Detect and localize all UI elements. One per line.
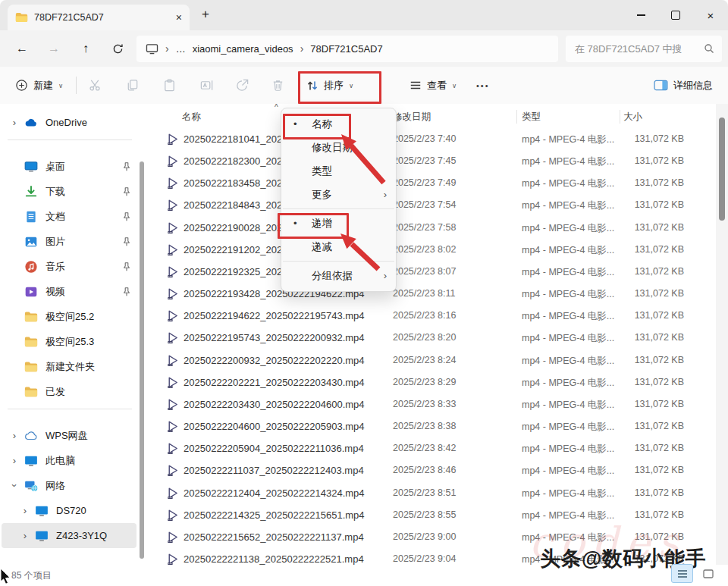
file-row[interactable]: 20250222200932_20250222202220.mp42025/2/… [144,350,716,372]
minimize-button[interactable] [623,0,658,30]
file-size: 131,072 KB [608,399,684,409]
minimize-icon [637,14,645,16]
sidebar-item-this-pc[interactable]: ›此电脑 [2,448,136,473]
new-tab-button[interactable]: + [202,7,209,22]
sort-button[interactable]: 排序 ∨ [303,77,356,94]
sort-menu-item-ascending[interactable]: •递增 [281,212,396,235]
column-header-type[interactable]: 类型 [522,111,541,124]
file-row[interactable]: 20250222190028_20250222191202.mp42025/2/… [144,218,716,240]
file-row[interactable]: 20250222181041_20250222182300.mp42025/2/… [144,129,716,151]
sort-menu-item-descending[interactable]: 递减 [281,235,396,259]
file-row[interactable]: 20250222205904_20250222211036.mp42025/2/… [144,438,716,460]
video-file-icon [165,486,180,500]
search-box[interactable] [566,36,722,62]
file-row[interactable]: 20250222182300_20250222183458.mp42025/2/… [144,151,716,173]
video-file-icon [165,508,180,522]
file-list-pane: ^ 名称 修改日期 类型 大小 20250222181041_202502221… [144,104,728,565]
sidebar-item-network[interactable]: ›网络 [2,473,136,498]
sidebar-item-videos[interactable]: ›视频 [2,279,136,304]
file-size: 131,072 KB [608,377,684,387]
video-file-icon [165,243,180,257]
chevron-expanded-icon[interactable]: › [9,479,20,493]
file-row[interactable]: 20250222211037_20250222212403.mp42025/2/… [144,460,716,482]
chevron-collapsed-icon[interactable]: › [8,430,21,441]
file-modified-date: 2025/2/23 8:55 [393,509,456,520]
scrollbar-thumb[interactable] [719,118,725,221]
new-button[interactable]: 新建 ∨ [12,77,66,94]
thumbnail-view-toggle[interactable] [697,564,719,583]
explorer-tab[interactable]: 78DF721C5AD7 × [8,5,190,30]
sidebar-item-space-25-3[interactable]: ›极空间25.3 [2,329,136,354]
sidebar-item-downloads[interactable]: ›下载 [2,179,136,204]
file-row[interactable]: 20250222192325_20250222193428.mp42025/2/… [144,262,716,284]
sidebar-item-yifa[interactable]: ›已发 [2,379,136,404]
column-header-name[interactable]: 名称 [182,111,201,124]
file-row[interactable]: 20250222183458_20250222184843.mp42025/2/… [144,173,716,195]
file-modified-date: 2025/2/23 8:16 [393,310,456,321]
sidebar-scrollbar-thumb[interactable] [140,161,144,559]
file-row[interactable]: 20250222204600_20250222205903.mp42025/2/… [144,416,716,438]
details-view-toggle[interactable] [671,564,693,583]
sort-menu-item-modified[interactable]: 修改日期 [281,136,396,159]
scrollbar-track[interactable] [716,104,728,565]
file-row[interactable]: 20250222202221_20250222203430.mp42025/2/… [144,372,716,394]
breadcrumb[interactable]: › … xiaomi_camera_videos › 78DF721C5AD7 [136,36,558,62]
address-bar: ← → ↑ › … xiaomi_camera_videos › 78DF721… [0,30,728,67]
sidebar-item-ds720[interactable]: ›DS720 [2,498,136,523]
video-file-icon [165,154,180,168]
file-modified-date: 2025/2/23 8:46 [393,465,456,475]
sidebar-item-label: 音乐 [46,260,121,274]
sort-menu-item-name[interactable]: •名称 [281,112,396,136]
file-row[interactable]: 20250222184843_20250222190028.mp42025/2/… [144,195,716,217]
breadcrumb-ellipsis[interactable]: … [176,43,186,55]
sidebar-item-new-folder[interactable]: ›新建文件夹 [2,354,136,379]
sidebar-item-pictures[interactable]: ›图片 [2,229,136,254]
column-divider[interactable] [620,110,620,124]
view-button[interactable]: 查看 ∨ [406,77,460,94]
menu-item-label: 名称 [312,118,387,131]
sort-menu-item-group-by[interactable]: 分组依据› [281,264,396,287]
breadcrumb-separator-icon: › [300,42,304,55]
file-modified-date: 2025/2/23 8:24 [393,355,456,365]
chevron-collapsed-icon[interactable]: › [8,117,21,128]
refresh-button[interactable] [102,42,133,55]
sidebar-item-wps-cloud[interactable]: ›WPS网盘 [2,423,136,448]
close-button[interactable]: × [693,0,728,30]
file-row[interactable]: 20250222193428_20250222194622.mp42025/2/… [144,284,716,306]
search-icon [704,43,714,54]
sidebar-item-onedrive[interactable]: ›OneDrive [2,110,136,135]
up-button[interactable]: ↑ [70,42,102,55]
sidebar-item-music[interactable]: ›音乐 [2,254,136,279]
details-pane-button[interactable]: 详细信息 [651,77,716,94]
file-row[interactable]: 20250222191202_20250222192325.mp42025/2/… [144,240,716,262]
file-modified-date: 2025/2/23 8:02 [393,244,456,255]
chevron-collapsed-icon[interactable]: › [18,530,32,541]
chevron-collapsed-icon[interactable]: › [18,505,32,516]
file-size: 131,072 KB [608,421,684,431]
sidebar-item-desktop[interactable]: ›桌面 [2,154,136,179]
file-row[interactable]: 20250222212404_20250222214324.mp42025/2/… [144,483,716,505]
file-row[interactable]: 20250222195743_20250222200932.mp42025/2/… [144,327,716,349]
music-icon [24,260,38,274]
sidebar-item-z423-3y1q[interactable]: ›Z423-3Y1Q [2,523,136,548]
column-divider[interactable] [516,110,517,124]
tab-close-icon[interactable]: × [176,12,182,23]
sidebar-item-documents[interactable]: ›文档 [2,204,136,229]
column-header-modified[interactable]: 修改日期 [393,111,431,124]
network-icon [24,479,38,493]
sort-menu-item-more[interactable]: 更多› [281,183,396,206]
breadcrumb-item-parent[interactable]: xiaomi_camera_videos [193,43,293,55]
sidebar-item-space-25-2[interactable]: ›极空间25.2 [2,304,136,329]
file-row[interactable]: 20250222203430_20250222204600.mp42025/2/… [144,394,716,416]
column-header-size[interactable]: 大小 [623,111,642,124]
back-button[interactable]: ← [6,42,38,55]
video-file-icon [165,552,180,565]
maximize-button[interactable] [658,0,693,30]
see-more-button[interactable]: ••• [473,80,493,92]
copy-icon [125,78,140,92]
sort-menu-item-type[interactable]: 类型 [281,159,396,183]
search-input[interactable] [573,42,704,55]
chevron-collapsed-icon[interactable]: › [8,455,21,466]
file-row[interactable]: 20250222194622_20250222195743.mp42025/2/… [144,306,716,327]
breadcrumb-item-current[interactable]: 78DF721C5AD7 [310,43,382,55]
